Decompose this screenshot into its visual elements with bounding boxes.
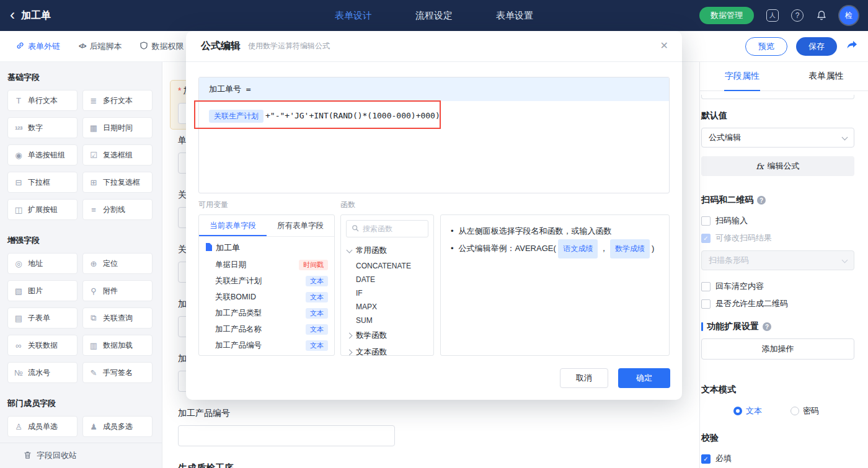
share-icon[interactable]: [846, 40, 858, 53]
sidebar-section-title: 部门成员字段: [0, 388, 162, 416]
text-mode-radios: 文本 密码: [701, 405, 854, 417]
sidebar-field-dropdown-multi[interactable]: ⊞下拉复选框: [82, 172, 153, 193]
barcode-type-select[interactable]: 扫描条形码: [701, 250, 854, 270]
sidebar-field-signature[interactable]: ✎手写签名: [82, 362, 153, 383]
scan-section-title: 扫码和二维码 ?: [701, 195, 854, 206]
sidebar-field-number[interactable]: 123数字: [7, 117, 78, 138]
formula-editor-box[interactable]: 加工单号 = 关联生产计划+"-"+'JG'+INT(RAND()*(1000-…: [198, 77, 670, 193]
sidebar-field-linked-query[interactable]: ⧉关联查询: [82, 307, 153, 329]
function-group[interactable]: 数学函数: [341, 327, 433, 344]
checkbox[interactable]: [701, 299, 711, 309]
variable-item[interactable]: 单据日期时间戳: [199, 257, 334, 273]
checkbox-row: 必填: [701, 450, 854, 467]
sidebar-field-extend-button[interactable]: ◫扩展按钮: [7, 199, 78, 220]
radio-text[interactable]: 文本: [733, 405, 762, 417]
variables-panel: 当前表单字段 所有表单字段 加工单 单据日期时间戳关联生产计划文本关联BOMID…: [198, 214, 335, 356]
sidebar-field-location[interactable]: ⊕定位: [82, 253, 153, 274]
data-manage-button[interactable]: 数据管理: [699, 7, 754, 24]
function-item[interactable]: SUM: [341, 314, 433, 327]
sidebar-field-radio-group[interactable]: ◉单选按钮组: [7, 144, 78, 166]
variable-item[interactable]: 加工产品类型文本: [199, 305, 334, 321]
data-permission[interactable]: 数据权限: [140, 41, 184, 52]
member-single-icon: ♙: [14, 422, 24, 431]
function-item[interactable]: DATE: [341, 273, 433, 286]
checkbox[interactable]: [701, 216, 711, 226]
sidebar-field-member-multi[interactable]: ♟成员多选: [82, 416, 153, 437]
tab-field-properties[interactable]: 字段属性: [700, 62, 784, 91]
field-chip[interactable]: 关联生产计划: [209, 110, 264, 123]
form-node[interactable]: 加工单: [199, 237, 334, 257]
function-item[interactable]: CONCATENATE: [341, 259, 433, 273]
sidebar-sections: 基础字段T单行文本≣多行文本123数字▦日期时间◉单选按钮组☑复选框组⊟下拉框⊞…: [0, 62, 162, 437]
checkbox[interactable]: [701, 454, 711, 464]
sidebar-field-datetime[interactable]: ▦日期时间: [82, 117, 153, 138]
contacts-icon[interactable]: 人: [766, 9, 779, 22]
function-search-input[interactable]: 搜索函数: [346, 220, 428, 237]
canvas-field-input[interactable]: [178, 425, 395, 446]
sidebar-field-serial-number[interactable]: №流水号: [7, 362, 78, 383]
sidebar-field-linked-data[interactable]: ∞关联数据: [7, 335, 78, 356]
close-icon[interactable]: ✕: [660, 40, 668, 51]
variables-tabs: 当前表单字段 所有表单字段: [199, 215, 334, 237]
tab-form-settings[interactable]: 表单设置: [496, 10, 533, 22]
function-group[interactable]: 文本函数: [341, 344, 433, 356]
confirm-button[interactable]: 确定: [618, 368, 670, 388]
example-field-chip: 数学成绩: [610, 239, 650, 258]
address-icon: ◎: [14, 259, 24, 268]
sidebar-field-checkbox-group[interactable]: ☑复选框组: [82, 144, 153, 166]
function-item[interactable]: MAPX: [341, 300, 433, 314]
radio-selected-icon: [733, 407, 742, 415]
variable-item[interactable]: 关联BOMID文本: [199, 289, 334, 305]
sidebar-field-multi-line-text[interactable]: ≣多行文本: [82, 90, 153, 111]
checkbox[interactable]: [701, 282, 711, 291]
variable-item[interactable]: 加工产品名称文本: [199, 321, 334, 337]
sidebar-field-data-load[interactable]: ▥数据加载: [82, 335, 153, 356]
field-type-tag: 文本: [306, 340, 328, 351]
tab-all-form-fields[interactable]: 所有表单字段: [267, 215, 334, 236]
sidebar-field-attachment[interactable]: ⚲附件: [82, 280, 153, 301]
radio-password[interactable]: 密码: [790, 405, 819, 417]
field-recycle-bin[interactable]: 字段回收站: [0, 443, 162, 468]
fx-icon: fx: [756, 162, 763, 171]
sidebar-field-address[interactable]: ◎地址: [7, 253, 78, 274]
tab-flow-settings[interactable]: 流程设定: [415, 10, 453, 22]
function-item[interactable]: IF: [341, 286, 433, 300]
tab-current-form-fields[interactable]: 当前表单字段: [199, 215, 267, 236]
sidebar-field-image[interactable]: ▧图片: [7, 280, 78, 301]
single-line-text-icon: T: [14, 96, 24, 105]
functions-panel: 搜索函数 常用函数CONCATENATEDATEIFMAPXSUM数学函数文本函…: [340, 214, 434, 356]
modal-header: 公式编辑 使用数学运算符编辑公式: [186, 31, 682, 62]
edit-formula-button[interactable]: fx 编辑公式: [701, 156, 854, 176]
default-value-select[interactable]: 公式编辑: [701, 128, 854, 148]
multi-line-text-icon: ≣: [89, 96, 99, 105]
trash-icon: [24, 451, 32, 461]
validation-checks: 必填不允许重复值: [701, 450, 854, 468]
variable-item[interactable]: 关联生产计划文本: [199, 273, 334, 289]
form-external-link[interactable]: 表单外链: [16, 41, 60, 52]
help-icon[interactable]: ?: [791, 9, 804, 22]
tab-form-design[interactable]: 表单设计: [335, 10, 372, 22]
chevron-down-icon: [842, 257, 848, 263]
avatar[interactable]: 检: [839, 6, 858, 25]
variable-item[interactable]: 加工产品编号文本: [199, 337, 334, 353]
sidebar-field-single-line-text[interactable]: T单行文本: [7, 90, 78, 111]
add-action-button[interactable]: 添加操作: [701, 338, 854, 360]
formula-content[interactable]: 关联生产计划+"-"+'JG'+INT(RAND()*(1000-000)+00…: [199, 101, 669, 131]
tab-form-properties[interactable]: 表单属性: [784, 62, 868, 91]
preview-button[interactable]: 预览: [745, 37, 787, 56]
backend-script[interactable]: </> 后端脚本: [79, 41, 122, 52]
chevron-down-icon: [347, 247, 353, 254]
sidebar-field-subform[interactable]: ▤子表单: [7, 307, 78, 329]
question-icon[interactable]: ?: [763, 322, 771, 331]
function-group[interactable]: 常用函数: [341, 242, 433, 259]
question-icon[interactable]: ?: [757, 196, 766, 205]
bell-icon[interactable]: [816, 10, 827, 21]
sidebar-field-member-single[interactable]: ♙成员单选: [7, 416, 78, 437]
sidebar-field-divider[interactable]: ≡分割线: [82, 199, 153, 220]
sidebar-field-dropdown[interactable]: ⊟下拉框: [7, 172, 78, 193]
member-multi-icon: ♟: [89, 422, 99, 431]
checkbox[interactable]: [701, 234, 711, 243]
save-button[interactable]: 保存: [796, 37, 837, 56]
cancel-button[interactable]: 取消: [560, 368, 608, 388]
back-icon[interactable]: ‹: [10, 7, 15, 22]
